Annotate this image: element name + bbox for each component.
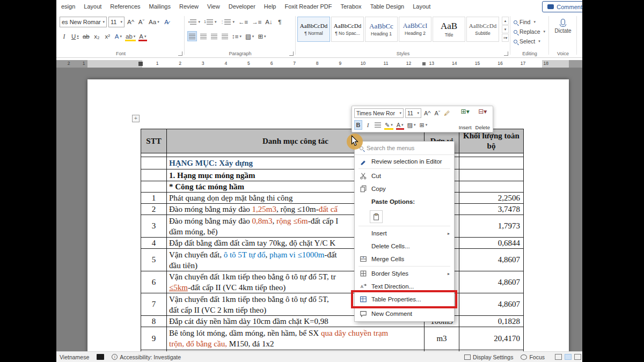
font-size-combo[interactable]: 11▾ — [108, 17, 125, 27]
clear-formatting-button[interactable]: A̷ — [162, 17, 171, 27]
editing-select-button[interactable]: Select▾ — [514, 36, 545, 46]
shrink-font-button[interactable]: Aˇ — [137, 17, 146, 27]
menu-item-paste-options[interactable]: Paste Options: — [355, 195, 454, 208]
tab-table-design[interactable]: Table Design — [366, 0, 409, 13]
underline-button[interactable]: U▾ — [70, 31, 80, 41]
language-status[interactable]: Vietnamese — [60, 354, 89, 360]
mini-font-combo[interactable]: Times New Ror▾ — [354, 108, 404, 118]
menu-item-text-direction[interactable]: AText Direction... — [355, 280, 454, 293]
keyboard-icon[interactable] — [97, 354, 104, 360]
font-color-button[interactable]: A▾ — [138, 31, 147, 41]
styles-dialog-launcher[interactable] — [504, 51, 508, 56]
mini-delete-button[interactable]: ⊟▾ Delete — [475, 108, 490, 130]
font-name-combo[interactable]: es New Romar▾ — [60, 17, 107, 27]
focus-button[interactable]: Focus — [521, 354, 545, 360]
mini-italic-button[interactable]: I — [364, 120, 372, 130]
style--normal[interactable]: AaBbCcDd¶ Normal — [297, 17, 330, 42]
menu-item-new-comment[interactable]: New Comment — [355, 307, 454, 320]
indent-marker[interactable] — [138, 62, 143, 66]
increase-indent-button[interactable]: →≡ — [251, 17, 262, 27]
tab-help[interactable]: Help — [260, 0, 281, 13]
text-effects-button[interactable]: A▾ — [114, 31, 123, 41]
line-spacing-button[interactable]: ↕≡▾ — [231, 31, 243, 41]
style-title[interactable]: AaBTitle — [433, 17, 465, 42]
mini-grow-font-button[interactable]: A^ — [423, 108, 432, 118]
paste-keep-formatting-button[interactable] — [370, 210, 383, 223]
editing-find-button[interactable]: Find▾ — [514, 17, 545, 27]
table-move-handle[interactable]: + — [132, 115, 140, 122]
subscript-button[interactable]: x₂ — [92, 31, 101, 41]
tab-esign[interactable]: esign — [57, 0, 79, 13]
tab-layout[interactable]: Layout — [79, 0, 106, 13]
mini-shading-button[interactable]: ▨▾ — [406, 120, 417, 130]
gallery-down-icon[interactable]: ▾ — [502, 25, 509, 33]
mini-insert-button[interactable]: ⊞▾ Insert — [459, 108, 472, 130]
bullets-button[interactable]: •▾ — [187, 17, 201, 27]
mini-styles-button[interactable] — [374, 120, 382, 130]
numbering-button[interactable]: 1▾ — [203, 17, 217, 27]
menu-item-copy[interactable]: Copy — [355, 182, 454, 195]
show-marks-button[interactable]: ¶ — [275, 17, 284, 27]
tab-mailings[interactable]: Mailings — [145, 0, 175, 13]
multilevel-list-button[interactable]: ⋮▾ — [219, 17, 236, 27]
menu-item-review-selection-in-editor[interactable]: Review selection in Editor — [355, 155, 454, 168]
mini-shrink-font-button[interactable]: Aˇ — [434, 108, 442, 118]
comment-button[interactable]: Comment — [542, 1, 582, 12]
menu-item-table-properties[interactable]: Table Properties... — [355, 293, 454, 306]
borders-button[interactable]: ⊞▾ — [257, 31, 267, 41]
style--no-spac-[interactable]: AaBbCcDd¶ No Spac... — [331, 17, 364, 42]
menu-item-border-styles[interactable]: Border Styles▸ — [355, 267, 454, 280]
menu-search[interactable]: Search the menus — [355, 142, 454, 155]
mini-highlight-button[interactable]: ✎▾ — [384, 120, 394, 130]
align-right-button[interactable] — [209, 31, 218, 41]
strikethrough-button[interactable]: ab — [82, 31, 91, 41]
accessibility-status[interactable]: iAccessibility: Investigate — [112, 354, 181, 360]
gallery-more-icon[interactable]: ≡▾ — [502, 34, 509, 42]
mini-format-painter-button[interactable]: 🖉 — [443, 108, 451, 118]
mini-bold-button[interactable]: B — [354, 120, 362, 130]
read-mode-icon[interactable] — [555, 354, 562, 360]
tab-foxit-reader-pdf[interactable]: Foxit Reader PDF — [280, 0, 336, 13]
grow-font-button[interactable]: A^ — [126, 17, 135, 27]
shading-button[interactable]: ▨▾ — [244, 31, 255, 41]
menu-item-insert[interactable]: Insert▸ — [355, 227, 454, 240]
web-layout-icon[interactable] — [574, 354, 581, 360]
sort-button[interactable]: A↓ — [264, 17, 273, 27]
menu-item-cut[interactable]: Cut — [355, 169, 454, 182]
style-heading-2[interactable]: AaBbCcIHeading 2 — [399, 17, 431, 42]
display-settings-button[interactable]: Display Settings — [464, 354, 513, 360]
superscript-button[interactable]: x² — [103, 31, 112, 41]
tab-review[interactable]: Review — [175, 0, 203, 13]
font-dialog-launcher[interactable] — [178, 51, 182, 56]
align-center-button[interactable] — [199, 31, 208, 41]
paragraph-dialog-launcher[interactable] — [289, 51, 294, 56]
style-sample: AaBbCc — [369, 23, 393, 29]
justify-button[interactable] — [220, 31, 229, 41]
menu-item-merge-cells[interactable]: Merge Cells — [355, 253, 454, 265]
menu-item-delete-cells[interactable]: Delete Cells... — [355, 240, 454, 253]
styles-gallery-arrows[interactable]: ▴▾≡▾ — [502, 17, 509, 42]
print-layout-icon[interactable] — [565, 354, 572, 360]
mini-font-color-button[interactable]: A▾ — [396, 120, 405, 130]
ruler-number: 3 — [202, 61, 204, 66]
decrease-indent-button[interactable]: ←≡ — [237, 17, 249, 27]
highlight-color-button[interactable]: ab▾ — [125, 31, 136, 41]
tab-layout[interactable]: Layout — [408, 0, 435, 13]
style-heading-1[interactable]: AaBbCcHeading 1 — [365, 17, 398, 42]
submenu-arrow-icon: ▸ — [448, 271, 450, 276]
tab-developer[interactable]: Developer — [224, 0, 260, 13]
mini-size-combo[interactable]: 11▾ — [405, 108, 421, 118]
tab-view[interactable]: View — [203, 0, 224, 13]
align-left-button[interactable] — [187, 31, 197, 41]
italic-button[interactable]: I — [60, 31, 69, 41]
editing-replace-button[interactable]: Replace▾ — [514, 27, 545, 36]
column-marker[interactable] — [422, 62, 426, 65]
tab-terabox[interactable]: Terabox — [336, 0, 365, 13]
dictate-button[interactable]: Dictate — [550, 19, 576, 34]
tab-references[interactable]: References — [106, 0, 144, 13]
style-subtitle[interactable]: AaBbCcDdSubtitle — [466, 17, 499, 42]
gallery-up-icon[interactable]: ▴ — [502, 17, 509, 25]
mini-borders-button[interactable]: ⊞▾ — [419, 120, 429, 130]
change-case-button[interactable]: Aa▾ — [148, 17, 160, 27]
ruler[interactable]: 21123456789101112131415161718 — [56, 60, 582, 68]
